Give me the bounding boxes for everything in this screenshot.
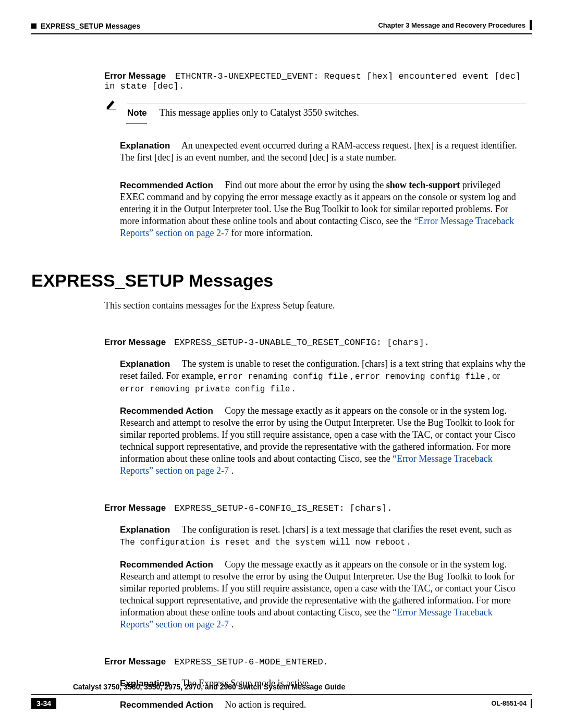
header-section: EXPRESS_SETUP Messages — [41, 22, 140, 30]
error-label: Error Message — [104, 503, 166, 513]
action-label: Recommended Action — [120, 560, 213, 570]
note-text: This message applies only to Catalyst 35… — [160, 107, 359, 118]
explanation-text: An unexpected event occurred during a RA… — [120, 140, 517, 163]
recommended-action-3: Recommended Action Copy the message exac… — [120, 559, 527, 631]
error-message-1: Error Message ETHCNTR-3-UNEXPECTED_EVENT… — [104, 71, 527, 91]
explanation-text-p2: , — [350, 371, 355, 381]
mono-text-3: error removing private config file — [120, 385, 290, 394]
page-number: 3-34 — [31, 698, 56, 709]
action-text-part3: for more information. — [231, 228, 312, 238]
header-square-icon — [31, 23, 36, 29]
explanation-text-p1: The configuration is reset. [chars] is a… — [182, 524, 512, 535]
explanation-1: Explanation An unexpected event occurred… — [120, 140, 527, 164]
explanation-text-p4: . — [292, 383, 295, 393]
error-label: Error Message — [104, 657, 166, 667]
error-label: Error Message — [104, 337, 166, 347]
explanation-2: Explanation The system is unable to rese… — [120, 358, 527, 394]
error-message-2: Error Message EXPRESS_SETUP-3-UNABLE_TO_… — [104, 337, 527, 477]
footer-guide-title: Catalyst 3750, 3560, 3550, 2975, 2970, a… — [73, 683, 532, 691]
explanation-text-p2: . — [408, 536, 410, 547]
note-block: Note This message applies only to Cataly… — [104, 104, 527, 124]
note-bottom-rule — [126, 124, 147, 124]
page-footer: Catalyst 3750, 3560, 3550, 2975, 2970, a… — [31, 683, 532, 710]
mono-text-1: The configuration is reset and the syste… — [120, 538, 405, 547]
recommended-action-2: Recommended Action Copy the message exac… — [120, 405, 527, 477]
footer-rule — [31, 694, 532, 695]
error-label: Error Message — [104, 71, 166, 81]
pencil-note-icon — [104, 98, 118, 112]
mono-text-2: error removing config file — [355, 372, 485, 381]
action-label: Recommended Action — [120, 180, 213, 190]
header-chapter: Chapter 3 Message and Recovery Procedure… — [378, 21, 525, 29]
mono-text-1: error renaming config file — [218, 372, 348, 381]
action-label: Recommended Action — [120, 406, 213, 416]
error-code: EXPRESS_SETUP-6-MODE_ENTERED. — [174, 657, 328, 667]
explanation-label: Explanation — [120, 141, 170, 151]
action-text-end: . — [231, 465, 234, 476]
footer-pipe-icon — [531, 699, 532, 708]
error-code: ETHCNTR-3-UNEXPECTED_EVENT: Request [hex… — [104, 71, 521, 91]
note-label: Note — [127, 108, 147, 118]
explanation-text-p3: , or — [487, 371, 500, 381]
recommended-action-1: Recommended Action Find out more about t… — [120, 179, 527, 239]
explanation-label: Explanation — [120, 525, 170, 535]
section-intro: This section contains messages for the E… — [104, 300, 527, 311]
action-text-end: . — [231, 619, 234, 630]
header-bar-icon — [530, 20, 532, 30]
error-code: EXPRESS_SETUP-6-CONFIG_IS_RESET: [chars]… — [174, 503, 392, 513]
header-rule — [31, 33, 532, 34]
action-text-part1: Find out more about the error by using t… — [225, 180, 386, 190]
page-header: EXPRESS_SETUP Messages Chapter 3 Message… — [31, 20, 532, 32]
section-heading: EXPRESS_SETUP Messages — [31, 270, 532, 291]
doc-id: OL-8551-04 — [492, 700, 527, 707]
explanation-3: Explanation The configuration is reset. … — [120, 524, 527, 548]
explanation-label: Explanation — [120, 359, 170, 369]
action-command: show tech-support — [386, 180, 460, 190]
error-message-3: Error Message EXPRESS_SETUP-6-CONFIG_IS_… — [104, 503, 527, 631]
error-code: EXPRESS_SETUP-3-UNABLE_TO_RESET_CONFIG: … — [174, 338, 430, 348]
